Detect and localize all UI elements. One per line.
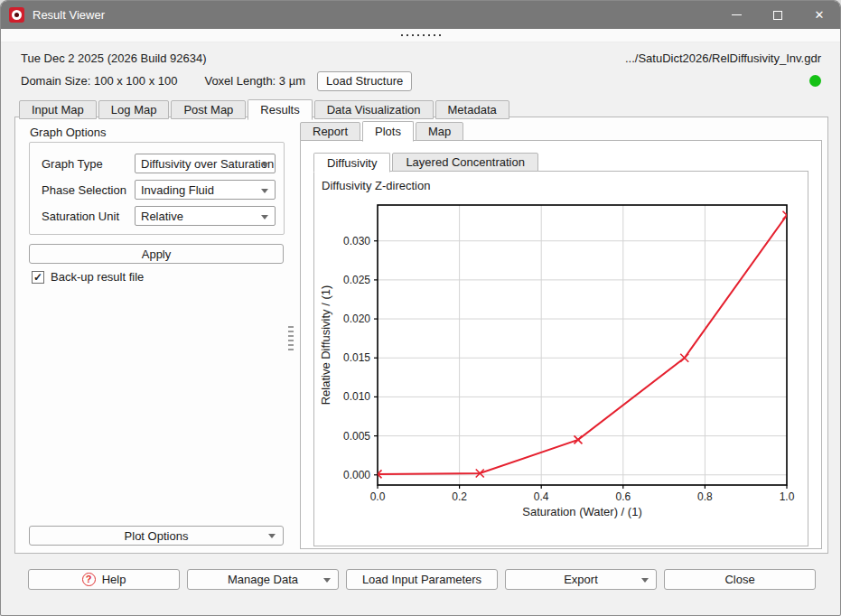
svg-text:Saturation (Water) / (1): Saturation (Water) / (1)	[522, 505, 641, 518]
export-button[interactable]: Export	[505, 569, 657, 590]
tab-data-visualization[interactable]: Data Visualization	[314, 100, 434, 119]
header-row-domain: Domain Size: 100 x 100 x 100 Voxel Lengt…	[1, 70, 840, 91]
backup-checkbox-row: ✓ Back-up result file	[32, 270, 144, 284]
main-tab-bar: Input Map Log Map Post Map Results Data …	[19, 99, 840, 119]
backup-checkbox-label: Back-up result file	[51, 270, 144, 284]
chart-title: Diffusivity Z-direction	[322, 179, 430, 192]
svg-text:1.0: 1.0	[780, 490, 795, 503]
svg-text:0.010: 0.010	[343, 390, 370, 403]
saturation-unit-label: Saturation Unit	[42, 210, 135, 223]
drag-handle[interactable]	[401, 34, 403, 36]
close-icon: ✕	[815, 9, 825, 21]
chevron-down-icon	[641, 578, 649, 583]
drag-handle[interactable]	[406, 34, 408, 36]
graph-type-row: Graph Type Diffusivity over Saturation	[42, 154, 276, 173]
chart-panel: Diffusivity Z-direction 0.00.20.40.60.81…	[313, 171, 808, 546]
load-structure-button[interactable]: Load Structure	[317, 71, 412, 91]
svg-text:0.025: 0.025	[343, 274, 370, 286]
domain-size-label: Domain Size: 100 x 100 x 100	[21, 74, 177, 88]
svg-text:Relative Diffusivity / (1): Relative Diffusivity / (1)	[319, 285, 332, 406]
plot-options-label: Plot Options	[125, 529, 189, 543]
saturation-unit-row: Saturation Unit Relative	[42, 206, 276, 226]
graph-type-value: Diffusivity over Saturation	[141, 157, 274, 171]
phase-selection-select[interactable]: Invading Fluid	[135, 180, 276, 200]
plot-options-button[interactable]: Plot Options	[29, 526, 284, 546]
chevron-down-icon	[261, 189, 268, 193]
graph-type-label: Graph Type	[42, 157, 135, 171]
svg-text:0.2: 0.2	[452, 490, 467, 503]
close-label: Close	[724, 573, 754, 586]
load-input-parameters-button[interactable]: Load Input Parameters	[346, 569, 498, 590]
titlebar: Result Viewer ✕	[1, 1, 840, 29]
drag-handle[interactable]	[423, 34, 425, 36]
maximize-icon	[773, 11, 782, 20]
tab-input-map[interactable]: Input Map	[19, 100, 97, 119]
help-question-icon: ?	[82, 573, 96, 586]
tab-post-map[interactable]: Post Map	[171, 100, 246, 119]
svg-text:0.8: 0.8	[697, 490, 713, 503]
panel-splitter-handle[interactable]	[287, 318, 294, 358]
chevron-down-icon	[268, 534, 276, 538]
drag-handle[interactable]	[428, 34, 430, 36]
svg-text:0.005: 0.005	[343, 430, 370, 443]
help-button[interactable]: ? Help	[28, 569, 180, 590]
apply-button[interactable]: Apply	[29, 244, 284, 264]
footer-button-bar: ? Help Manage Data Load Input Parameters…	[1, 569, 840, 590]
manage-data-button[interactable]: Manage Data	[187, 569, 339, 590]
file-path-label: .../SatuDict2026/RelDiffusivity_Inv.gdr	[625, 51, 821, 65]
svg-text:0.030: 0.030	[343, 235, 370, 247]
graph-type-select[interactable]: Diffusivity over Saturation	[135, 154, 276, 173]
status-indicator-green	[809, 75, 821, 87]
window-controls: ✕	[715, 1, 840, 29]
graph-options-title: Graph Options	[30, 126, 107, 139]
svg-text:0.0: 0.0	[370, 490, 386, 503]
phase-selection-row: Phase Selection Invading Fluid	[42, 180, 276, 200]
manage-data-label: Manage Data	[228, 573, 298, 586]
drag-handle[interactable]	[439, 34, 441, 36]
tab-plots[interactable]: Plots	[362, 121, 414, 142]
maximize-button[interactable]	[757, 1, 799, 29]
results-page: Graph Options Graph Type Diffusivity ove…	[14, 117, 828, 554]
graph-options-group: Graph Type Diffusivity over Saturation P…	[29, 142, 285, 235]
tab-layered-concentration[interactable]: Layered Concentration	[392, 153, 538, 172]
phase-selection-label: Phase Selection	[42, 183, 135, 197]
window-title: Result Viewer	[33, 8, 105, 22]
close-button[interactable]: ✕	[799, 1, 840, 29]
minimize-icon	[732, 14, 742, 15]
export-label: Export	[564, 573, 598, 586]
svg-text:0.020: 0.020	[343, 313, 370, 325]
close-dialog-button[interactable]: Close	[664, 569, 816, 590]
results-right-area: Report Plots Map Diffusivity Layered Con…	[300, 121, 822, 549]
toolbar-drag-strip	[1, 29, 840, 42]
drag-handle[interactable]	[412, 34, 414, 36]
tab-report[interactable]: Report	[300, 122, 360, 141]
backup-checkbox[interactable]: ✓	[32, 271, 44, 284]
tab-metadata[interactable]: Metadata	[435, 100, 509, 119]
help-label: Help	[102, 573, 126, 586]
svg-text:0.4: 0.4	[534, 490, 549, 503]
svg-text:0.000: 0.000	[343, 469, 370, 481]
voxel-length-label: Voxel Length: 3 µm	[204, 74, 305, 88]
chevron-down-icon	[261, 163, 268, 167]
date-build-label: Tue Dec 2 2025 (2026 Build 92634)	[21, 51, 207, 65]
diffusivity-chart: 0.00.20.40.60.81.00.0000.0050.0100.0150.…	[317, 196, 809, 518]
tab-diffusivity[interactable]: Diffusivity	[313, 153, 390, 173]
drag-handle[interactable]	[434, 34, 435, 36]
tab-map[interactable]: Map	[416, 122, 463, 141]
load-input-parameters-label: Load Input Parameters	[362, 573, 481, 586]
svg-text:0.015: 0.015	[343, 351, 370, 364]
saturation-unit-value: Relative	[141, 210, 183, 223]
phase-selection-value: Invading Fluid	[141, 183, 214, 197]
tab-results[interactable]: Results	[248, 99, 312, 120]
minimize-button[interactable]	[715, 1, 757, 29]
tab-log-map[interactable]: Log Map	[98, 100, 170, 119]
drag-handle[interactable]	[417, 34, 419, 36]
chevron-down-icon	[323, 578, 331, 583]
results-subtab-bar: Report Plots Map	[300, 121, 822, 141]
svg-text:0.6: 0.6	[615, 490, 631, 503]
chevron-down-icon	[261, 215, 268, 219]
saturation-unit-select[interactable]: Relative	[135, 206, 276, 226]
plots-frame: Diffusivity Layered Concentration Diffus…	[300, 140, 822, 549]
result-viewer-window: Result Viewer ✕ Tue Dec 2 2025 (2026 Bui…	[0, 0, 841, 616]
app-logo-icon	[9, 7, 24, 23]
